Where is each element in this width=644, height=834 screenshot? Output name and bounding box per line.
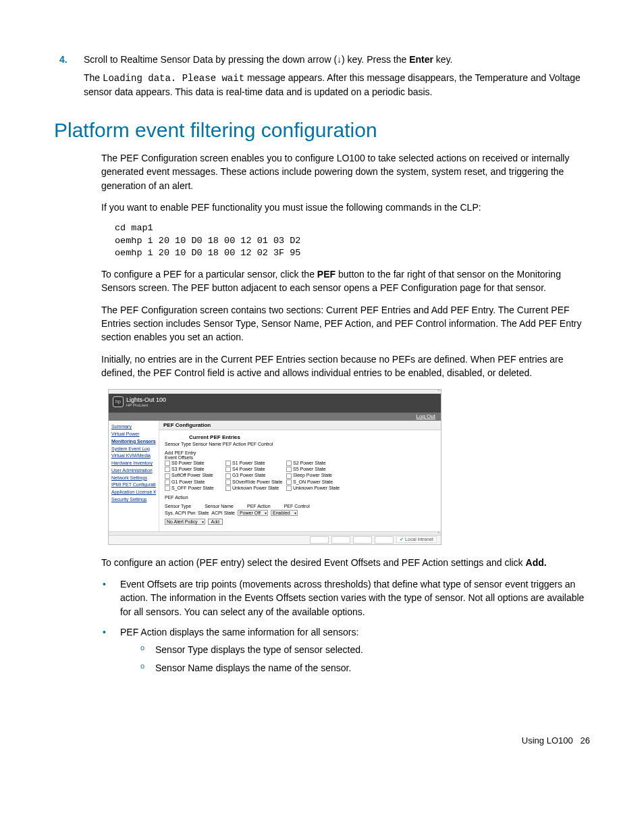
step-text-c: key. xyxy=(433,54,453,65)
bullet-icon: • xyxy=(101,577,120,619)
pef-action-section-label: PEF Action xyxy=(165,495,435,500)
checkbox-s0[interactable] xyxy=(165,461,170,466)
offset-g1: G1 Power State xyxy=(171,479,205,484)
hdr-sensor-type: Sensor Type xyxy=(165,504,191,509)
offset-sleep: Sleep Power State xyxy=(293,473,332,477)
subbullet-sensor-type: o Sensor Type displays the type of senso… xyxy=(140,643,590,656)
checkbox-g1[interactable] xyxy=(165,479,170,485)
pef-control-select[interactable]: Enabled xyxy=(271,510,298,516)
offset-s4: S4 Power State xyxy=(232,467,265,471)
sidebar-item-ipmi-pet-config[interactable]: IPMI PET Configuration xyxy=(111,481,156,488)
subbullet-2-text: Sensor Name displays the name of the sen… xyxy=(155,661,351,675)
add-pef-entry-title: Add PEF Entry xyxy=(165,450,435,455)
checkbox-soverride[interactable] xyxy=(225,479,231,485)
checkbox-s3[interactable] xyxy=(165,467,170,472)
bullet-pef-action: • PEF Action displays the same informati… xyxy=(101,625,590,675)
pane-title: PEF Configuration xyxy=(159,421,441,430)
sidebar-item-virtual-kvm[interactable]: Virtual KVM/Media xyxy=(111,452,156,459)
checkbox-s4[interactable] xyxy=(225,467,231,472)
offset-s2: S2 Power State xyxy=(293,461,326,465)
subbullet-sensor-name: o Sensor Name displays the name of the s… xyxy=(140,661,590,675)
val-sensor-type: Sys. ACPI Pwr. State xyxy=(165,511,209,515)
offset-son: S_ON Power State xyxy=(293,479,333,484)
hdr-pef-action: PEF Action xyxy=(247,504,271,509)
event-offsets-label: Event Offsets xyxy=(165,455,435,460)
screenshot-header: hp Lights-Out 100 HP ProLiant xyxy=(109,394,441,413)
sidebar-item-system-event-log[interactable]: System Event Log xyxy=(111,446,156,452)
status-box xyxy=(375,536,394,544)
checkbox-unknown1[interactable] xyxy=(225,486,231,491)
para-2: If you want to enable PEF functionality … xyxy=(101,201,590,214)
sidebar-item-user-admin[interactable]: User Administration xyxy=(111,467,156,474)
hdr-sensor-name: Sensor Name xyxy=(205,504,234,509)
alert-policy-select[interactable]: No Alert Policy xyxy=(165,519,205,525)
offset-s0: S0 Power State xyxy=(171,461,205,465)
offset-unknown1: Unknown Power State xyxy=(232,486,279,490)
sidebar-item-virtual-power[interactable]: Virtual Power xyxy=(111,431,156,438)
para-6: To configure an action (PEF entry) selec… xyxy=(101,556,590,569)
offset-s1: S1 Power State xyxy=(232,461,265,465)
status-box xyxy=(310,536,329,544)
status-box xyxy=(353,536,372,544)
sidebar-item-network-settings[interactable]: Network Settings xyxy=(111,475,156,481)
sidebar-item-monitoring-sensors[interactable]: Monitoring Sensors xyxy=(111,438,156,445)
step-text-a: Scroll to Realtime Sensor Data by pressi… xyxy=(84,54,337,65)
add-button[interactable]: Add xyxy=(208,519,223,525)
logout-link[interactable]: Log Out xyxy=(417,413,435,419)
step-4-subpara: The Loading data. Please wait message ap… xyxy=(84,72,590,99)
pef-config-screenshot: ˄ hp Lights-Out 100 HP ProLiant Log Out … xyxy=(108,389,441,545)
sidebar-item-security-settings[interactable]: Security Settings xyxy=(111,496,156,503)
pef-action-select[interactable]: Power Off xyxy=(238,510,268,516)
subbullet-1-text: Sensor Type displays the type of sensor … xyxy=(155,643,363,656)
add-bold: Add. xyxy=(526,557,547,568)
scroll-up-icon: ˄ xyxy=(437,390,440,395)
bullet-2-text: PEF Action displays the same information… xyxy=(120,625,590,639)
p6-a: To configure an action (PEF entry) selec… xyxy=(101,557,526,568)
offset-soff: S_OFF Power State xyxy=(171,486,214,490)
hdr-pef-control: PEF Control xyxy=(284,504,310,509)
enter-key-label: Enter xyxy=(409,54,433,65)
val-sensor-name: ACPI State xyxy=(211,511,235,515)
scroll-down-icon: ˅ xyxy=(437,532,440,538)
current-pef-entries-title: Current PEF Entries xyxy=(189,434,435,440)
clp-commands: cd map1 oemhp i 20 10 D0 18 00 12 01 03 … xyxy=(115,222,590,259)
pef-bold: PEF xyxy=(317,269,336,280)
checkbox-unknown2[interactable] xyxy=(286,486,292,491)
checkbox-softoff[interactable] xyxy=(165,473,170,479)
checkbox-sleep[interactable] xyxy=(286,473,292,479)
step-content: Scroll to Realtime Sensor Data by pressi… xyxy=(84,54,590,65)
para-5: Initially, no entries are in the Current… xyxy=(101,353,590,380)
checkbox-s1[interactable] xyxy=(225,461,231,466)
footer-section: Using LO100 xyxy=(522,735,573,746)
down-arrow-glyph: ↓ xyxy=(337,54,342,65)
para-1: The PEF Configuration screen enables you… xyxy=(101,151,590,192)
hp-logo-icon: hp xyxy=(113,396,124,407)
checkbox-g3[interactable] xyxy=(225,473,231,479)
p3-a: To configure a PEF for a particular sens… xyxy=(101,269,317,280)
offset-s3: S3 Power State xyxy=(171,467,205,471)
offset-soverride: SOverRide Power State xyxy=(232,479,282,484)
checkbox-s2[interactable] xyxy=(286,461,292,466)
offset-softoff: SoftOff Power State xyxy=(171,473,213,477)
sidebar-item-license-key[interactable]: Application License Key xyxy=(111,489,156,496)
table-headers: Sensor Type Sensor Name PEF Action PEF C… xyxy=(165,442,435,446)
step-4: 4. Scroll to Realtime Sensor Data by pre… xyxy=(54,54,590,65)
offset-s5: S5 Power State xyxy=(293,467,326,471)
subbullet-icon: o xyxy=(140,643,155,656)
sidebar-item-hardware-inventory[interactable]: Hardware Inventory xyxy=(111,460,156,467)
step-number: 4. xyxy=(54,54,84,65)
bullet-event-offsets: • Event Offsets are trip points (movemen… xyxy=(101,577,590,619)
section-heading: Platform event filtering configuration xyxy=(54,119,590,142)
checkbox-s5[interactable] xyxy=(286,467,292,472)
checkbox-son[interactable] xyxy=(286,479,292,485)
status-box xyxy=(331,536,350,544)
bullet-icon: • xyxy=(101,625,120,675)
para-3: To configure a PEF for a particular sens… xyxy=(101,267,590,295)
step-text-b: ) key. Press the xyxy=(342,54,409,65)
offset-unknown2: Unknown Power State xyxy=(293,486,340,490)
footer-page-number: 26 xyxy=(581,735,590,746)
checkbox-soff[interactable] xyxy=(165,486,170,491)
subbullet-icon: o xyxy=(140,661,155,675)
product-subtitle: HP ProLiant xyxy=(126,403,166,407)
sidebar-item-summary[interactable]: Summary xyxy=(111,423,156,430)
